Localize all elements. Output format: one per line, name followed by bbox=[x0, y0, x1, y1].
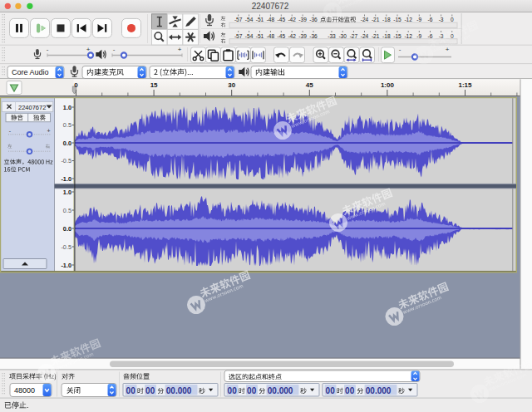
svg-text:-1.0: -1.0 bbox=[61, 175, 71, 183]
svg-text:-: - bbox=[47, 46, 49, 53]
svg-text:-: - bbox=[113, 46, 116, 53]
svg-text:0: 0 bbox=[451, 17, 454, 22]
svg-text:0: 0 bbox=[74, 81, 78, 89]
svg-text:00: 00 bbox=[345, 386, 355, 395]
svg-text:-15: -15 bbox=[393, 17, 401, 22]
svg-text:-9: -9 bbox=[416, 33, 421, 39]
svg-text:22407672: 22407672 bbox=[18, 104, 46, 111]
svg-text:45: 45 bbox=[306, 81, 313, 89]
svg-text:-6: -6 bbox=[428, 33, 433, 39]
svg-text:1.0: 1.0 bbox=[63, 104, 71, 111]
svg-text:+: + bbox=[178, 46, 182, 53]
svg-text:-45: -45 bbox=[278, 33, 286, 39]
svg-text:-30: -30 bbox=[338, 33, 347, 39]
svg-text:-12: -12 bbox=[404, 17, 412, 22]
svg-text:00: 00 bbox=[247, 386, 257, 395]
svg-text:-57: -57 bbox=[234, 33, 243, 39]
svg-text:-0.5: -0.5 bbox=[61, 243, 71, 251]
svg-text:-54: -54 bbox=[245, 33, 254, 39]
svg-text:-21: -21 bbox=[372, 17, 380, 22]
svg-text:48000: 48000 bbox=[14, 386, 35, 395]
svg-text:+: + bbox=[47, 128, 50, 134]
svg-text:22407672: 22407672 bbox=[252, 2, 289, 11]
svg-text:00: 00 bbox=[145, 386, 155, 395]
svg-text:0.5: 0.5 bbox=[63, 121, 71, 129]
svg-text:-6: -6 bbox=[428, 17, 433, 22]
svg-text:00.000: 00.000 bbox=[268, 386, 293, 395]
svg-text:-24: -24 bbox=[361, 17, 369, 22]
svg-text:1:00: 1:00 bbox=[381, 81, 395, 89]
svg-text:-18: -18 bbox=[382, 33, 391, 39]
svg-text:-51: -51 bbox=[256, 33, 264, 39]
svg-text:-18: -18 bbox=[382, 17, 391, 22]
svg-text:-21: -21 bbox=[372, 33, 380, 39]
svg-text:0.0: 0.0 bbox=[63, 225, 71, 233]
svg-text:-36: -36 bbox=[309, 33, 318, 39]
svg-text:00: 00 bbox=[228, 386, 238, 395]
svg-text:00.000: 00.000 bbox=[166, 386, 192, 395]
svg-text:1:15: 1:15 bbox=[458, 81, 472, 89]
svg-text:-27: -27 bbox=[350, 33, 358, 39]
svg-text:-48: -48 bbox=[267, 33, 275, 39]
svg-text:Core Audio: Core Audio bbox=[12, 68, 49, 76]
svg-text:30: 30 bbox=[228, 81, 235, 89]
svg-text:-48: -48 bbox=[267, 17, 275, 22]
svg-text:00: 00 bbox=[126, 386, 136, 395]
svg-text:-15: -15 bbox=[393, 33, 401, 39]
svg-text:+: + bbox=[446, 46, 450, 53]
svg-text:-45: -45 bbox=[278, 17, 286, 22]
svg-text:-24: -24 bbox=[361, 33, 369, 39]
svg-text:-42: -42 bbox=[288, 17, 296, 22]
svg-text:-36: -36 bbox=[309, 17, 318, 22]
svg-text:-33: -33 bbox=[328, 33, 336, 39]
svg-text:-3: -3 bbox=[439, 17, 444, 22]
svg-text:-42: -42 bbox=[288, 33, 296, 39]
svg-text:00.000: 00.000 bbox=[366, 386, 392, 395]
svg-text:-54: -54 bbox=[245, 17, 254, 22]
svg-text:-51: -51 bbox=[256, 17, 264, 22]
svg-text:15: 15 bbox=[150, 81, 158, 89]
svg-text:-12: -12 bbox=[404, 33, 412, 39]
svg-text:-0.5: -0.5 bbox=[61, 157, 71, 164]
svg-text:1.0: 1.0 bbox=[63, 189, 71, 196]
svg-text:0.0: 0.0 bbox=[63, 140, 71, 147]
svg-text:-: - bbox=[399, 46, 401, 53]
svg-text:00: 00 bbox=[326, 386, 336, 395]
svg-text:-9: -9 bbox=[416, 17, 421, 22]
svg-text:-57: -57 bbox=[234, 17, 243, 22]
svg-text:-1.0: -1.0 bbox=[61, 262, 71, 269]
svg-text:-39: -39 bbox=[298, 17, 307, 22]
svg-text:-39: -39 bbox=[298, 33, 307, 39]
svg-text:0.5: 0.5 bbox=[63, 207, 71, 214]
